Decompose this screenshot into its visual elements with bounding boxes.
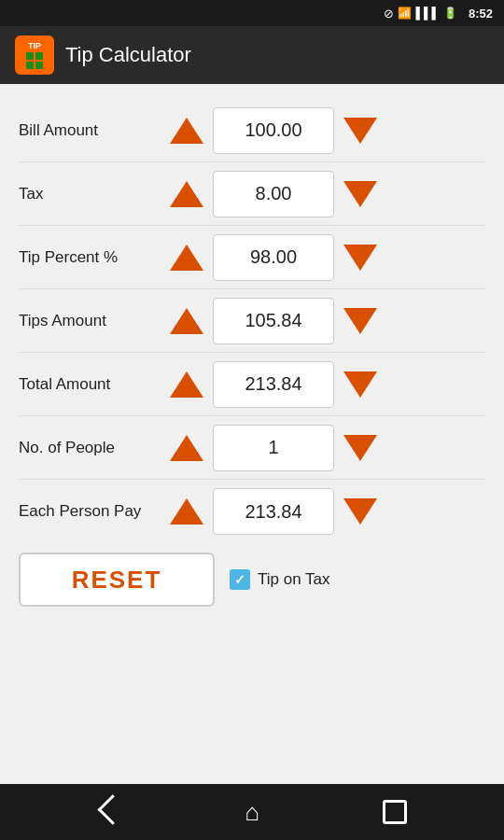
label-no-of-people: No. of People: [19, 439, 168, 457]
value-no-of-people: 1: [213, 425, 334, 471]
content-spacer: [0, 622, 504, 784]
value-tips-amount: 105.84: [213, 298, 334, 344]
label-tip-percent: Tip Percent %: [19, 248, 168, 267]
value-tax: 8.00: [213, 171, 334, 217]
row-each-person-pay: Each Person Pay 213.84: [19, 480, 485, 543]
home-button[interactable]: ⌂: [229, 793, 275, 831]
value-each-person-pay: 213.84: [213, 488, 334, 535]
reset-label: RESET: [72, 566, 162, 595]
increment-tip-percent[interactable]: [168, 239, 205, 276]
up-arrow-total-amount: [170, 371, 203, 398]
row-tips-amount: Tips Amount 105.84: [19, 289, 485, 353]
down-arrow-bill-amount: [343, 118, 377, 144]
decrement-tips-amount[interactable]: [342, 302, 379, 340]
rows-container: Bill Amount 100.00 Tax 8.00: [19, 99, 485, 543]
grid-cell-2: [35, 52, 43, 60]
tip-on-tax-label: Tip on Tax: [258, 570, 330, 589]
decrement-total-amount[interactable]: [342, 366, 379, 403]
decrement-tax[interactable]: [342, 175, 379, 213]
checkbox-icon: ✓: [230, 569, 250, 590]
controls-tip-percent: 98.00: [168, 234, 379, 281]
decrement-tip-percent[interactable]: [342, 239, 379, 276]
label-tax: Tax: [19, 185, 168, 203]
label-bill-amount: Bill Amount: [19, 121, 168, 140]
decrement-no-of-people[interactable]: [342, 429, 379, 467]
checkmark-icon: ✓: [234, 572, 245, 587]
up-arrow-tip-percent: [170, 245, 203, 271]
label-each-person-pay: Each Person Pay: [19, 502, 168, 521]
label-tips-amount: Tips Amount: [19, 312, 168, 330]
status-icons: ⊘ 📶 ▌▌▌ 🔋: [384, 7, 457, 21]
controls-each-person-pay: 213.84: [168, 488, 379, 535]
increment-no-of-people[interactable]: [168, 429, 205, 467]
controls-tips-amount: 105.84: [168, 298, 379, 344]
row-tip-percent: Tip Percent % 98.00: [19, 226, 485, 289]
controls-no-of-people: 1: [168, 425, 379, 471]
down-arrow-tip-percent: [343, 245, 377, 271]
increment-each-person-pay[interactable]: [168, 493, 205, 530]
increment-bill-amount[interactable]: [168, 112, 205, 149]
increment-total-amount[interactable]: [168, 366, 205, 403]
home-icon: ⌂: [245, 798, 259, 827]
up-arrow-each-person-pay: [170, 498, 203, 525]
label-total-amount: Total Amount: [19, 375, 168, 394]
row-no-of-people: No. of People 1: [19, 416, 485, 480]
row-tax: Tax 8.00: [19, 162, 485, 226]
back-button[interactable]: [86, 793, 133, 831]
down-arrow-total-amount: [343, 371, 377, 398]
bottom-row: RESET ✓ Tip on Tax: [19, 553, 485, 607]
controls-tax: 8.00: [168, 171, 379, 217]
up-arrow-tips-amount: [170, 308, 203, 334]
down-arrow-tax: [343, 181, 377, 207]
signal-icon: ▌▌▌: [415, 7, 440, 20]
controls-total-amount: 213.84: [168, 361, 379, 408]
app-title: Tip Calculator: [65, 43, 191, 67]
wifi-icon: 📶: [398, 7, 412, 20]
down-arrow-each-person-pay: [343, 498, 377, 525]
grid-cell-4: [35, 62, 43, 69]
controls-bill-amount: 100.00: [168, 107, 379, 154]
grid-cell-3: [26, 62, 34, 69]
back-icon: [98, 799, 119, 826]
battery-icon: 🔋: [443, 7, 457, 20]
increment-tax[interactable]: [168, 175, 205, 213]
app-icon-grid: [26, 52, 43, 69]
decrement-bill-amount[interactable]: [342, 112, 379, 149]
value-bill-amount: 100.00: [213, 107, 334, 154]
down-arrow-no-of-people: [343, 435, 377, 461]
status-bar: ⊘ 📶 ▌▌▌ 🔋 8:52: [0, 0, 504, 26]
down-arrow-tips-amount: [343, 308, 377, 334]
value-tip-percent: 98.00: [213, 234, 334, 281]
grid-cell-1: [26, 52, 34, 60]
app-bar: TIP Tip Calculator: [0, 26, 504, 84]
main-content: Bill Amount 100.00 Tax 8.00: [0, 84, 504, 622]
up-arrow-tax: [170, 181, 203, 207]
recents-icon: [385, 803, 404, 821]
increment-tips-amount[interactable]: [168, 302, 205, 340]
decrement-each-person-pay[interactable]: [342, 493, 379, 530]
status-time: 8:52: [469, 7, 493, 21]
row-bill-amount: Bill Amount 100.00: [19, 99, 485, 162]
reset-button[interactable]: RESET: [19, 553, 215, 607]
row-total-amount: Total Amount 213.84: [19, 353, 485, 416]
up-arrow-no-of-people: [170, 435, 203, 461]
app-icon: TIP: [15, 35, 54, 75]
up-arrow-bill-amount: [170, 118, 203, 144]
recents-button[interactable]: [371, 793, 418, 831]
tip-on-tax-checkbox[interactable]: ✓ Tip on Tax: [230, 569, 330, 590]
app-icon-tip-label: TIP: [28, 42, 41, 50]
nav-bar: ⌂: [0, 784, 504, 840]
value-total-amount: 213.84: [213, 361, 334, 408]
signal-off-icon: ⊘: [384, 7, 394, 21]
